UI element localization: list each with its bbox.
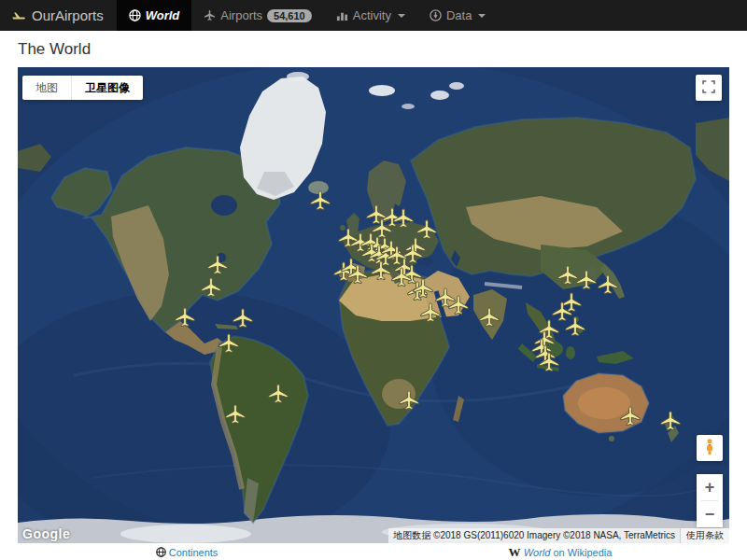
page-title: The World <box>0 31 747 67</box>
airport-marker[interactable] <box>346 263 369 286</box>
airport-marker[interactable] <box>412 277 434 300</box>
airport-marker[interactable] <box>659 410 682 432</box>
nav-item-world[interactable]: World <box>117 0 192 31</box>
airport-marker[interactable] <box>597 273 619 296</box>
airport-marker[interactable] <box>575 269 598 291</box>
airport-marker[interactable] <box>538 351 560 373</box>
airport-marker[interactable] <box>232 307 254 329</box>
airport-marker[interactable] <box>447 294 470 316</box>
airport-marker[interactable] <box>564 315 586 338</box>
brand-plane-icon <box>11 8 26 23</box>
airport-marker[interactable] <box>218 332 240 355</box>
airport-marker[interactable] <box>398 389 420 412</box>
continents-link[interactable]: Continents <box>156 547 218 558</box>
airport-marker[interactable] <box>174 306 196 329</box>
google-logo[interactable]: Google <box>22 526 70 541</box>
airport-marker[interactable] <box>267 383 289 405</box>
nav-item-label: Airports <box>220 8 262 22</box>
brand-label: OurAirports <box>32 7 104 23</box>
nav-item-label: Activity <box>353 8 391 22</box>
nav-item-activity[interactable]: Activity <box>324 0 417 31</box>
airport-marker[interactable] <box>206 254 229 276</box>
zoom-in-button[interactable]: + <box>697 474 723 500</box>
wikipedia-link[interactable]: World on Wikipedia <box>524 547 613 558</box>
airport-marker[interactable] <box>478 306 500 329</box>
attribution-text: 地图数据 ©2018 GS(2011)6020 Imagery ©2018 NA… <box>388 528 680 543</box>
brand-ourairports[interactable]: OurAirports <box>0 0 117 31</box>
page-footer: Continents W World on Wikipedia <box>0 543 747 560</box>
nav-item-label: Data <box>446 8 472 22</box>
wikipedia-w-icon: W <box>509 545 521 559</box>
map-type-control: 地图 卫星图像 <box>22 76 143 100</box>
bar-chart-icon <box>336 9 348 21</box>
airport-marker[interactable] <box>392 207 415 230</box>
street-view-pegman-button[interactable] <box>697 435 723 461</box>
world-map[interactable]: 地图 卫星图像 + − Google 地图数据 ©2018 GS(2011)60… <box>18 67 729 543</box>
download-circle-icon <box>430 9 442 21</box>
fullscreen-icon <box>701 79 716 97</box>
nav-item-label: World <box>146 8 180 22</box>
airport-marker[interactable] <box>309 189 331 212</box>
continents-label: Continents <box>169 547 218 558</box>
airport-marker[interactable] <box>370 259 392 282</box>
airplane-icon <box>204 9 216 21</box>
zoom-control: + − <box>697 474 723 527</box>
satellite-imagery[interactable] <box>18 67 729 543</box>
chevron-down-icon <box>478 14 486 18</box>
airports-count-badge: 54,610 <box>267 9 312 22</box>
map-type-satellite-button[interactable]: 卫星图像 <box>71 76 143 100</box>
nav-item-airports[interactable]: Airports 54,610 <box>191 0 323 31</box>
nav-item-data[interactable]: Data <box>417 0 498 31</box>
map-attribution: 地图数据 ©2018 GS(2011)6020 Imagery ©2018 NA… <box>388 528 729 543</box>
zoom-out-button[interactable]: − <box>697 501 723 527</box>
wikipedia-rest-label: on Wikipedia <box>550 547 612 558</box>
airport-marker[interactable] <box>619 405 641 427</box>
pegman-icon <box>700 438 719 459</box>
chevron-down-icon <box>398 14 405 18</box>
globe-icon <box>156 547 166 559</box>
airport-marker[interactable] <box>224 403 247 426</box>
map-type-map-button[interactable]: 地图 <box>22 76 71 100</box>
globe-icon <box>129 9 141 21</box>
fullscreen-button[interactable] <box>696 75 722 101</box>
terms-of-use-link[interactable]: 使用条款 <box>680 528 729 543</box>
wikipedia-world-label: World <box>524 547 551 558</box>
top-navbar: OurAirports World Airports 54,610 Activi… <box>0 0 747 31</box>
airport-marker[interactable] <box>200 276 222 299</box>
